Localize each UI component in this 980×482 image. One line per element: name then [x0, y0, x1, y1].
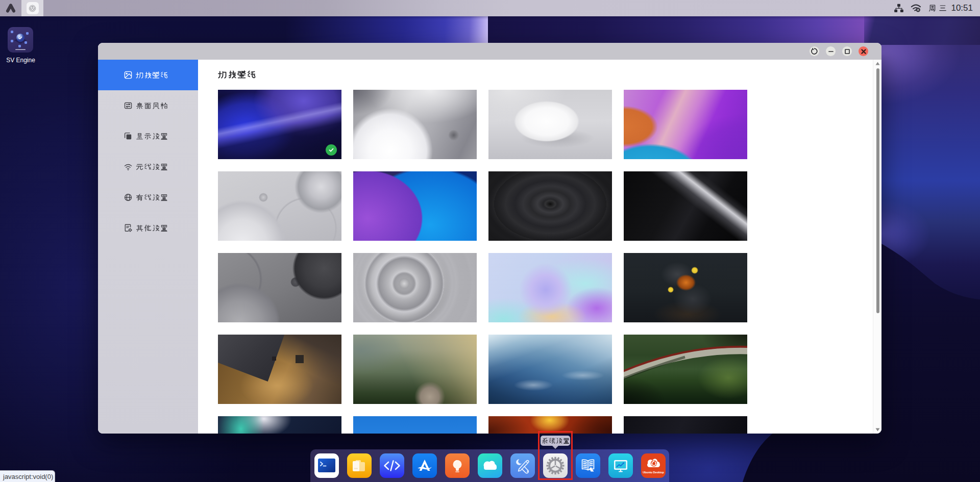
svg-text:Ubuntu Desktop: Ubuntu Desktop — [643, 471, 664, 474]
